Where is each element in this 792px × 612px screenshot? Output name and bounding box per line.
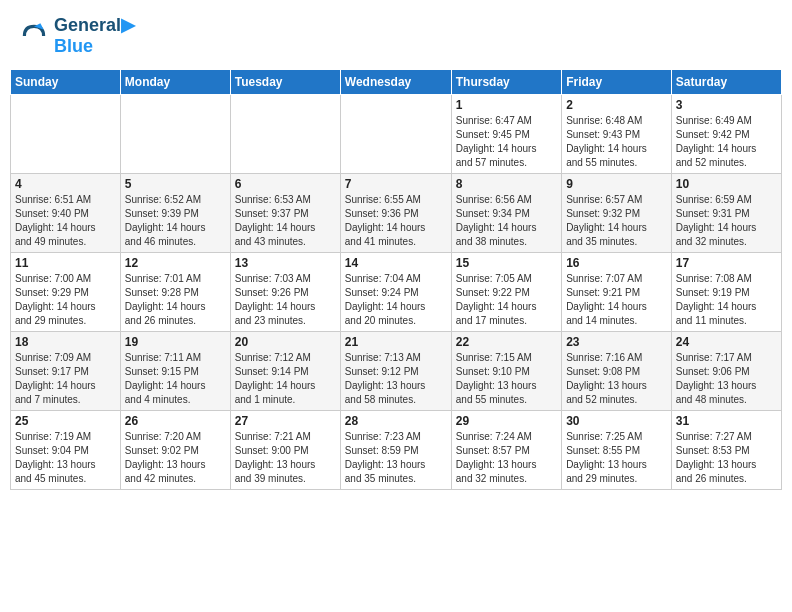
calendar-cell: 5Sunrise: 6:52 AM Sunset: 9:39 PM Daylig…: [120, 174, 230, 253]
day-number: 28: [345, 414, 447, 428]
calendar-cell: 8Sunrise: 6:56 AM Sunset: 9:34 PM Daylig…: [451, 174, 561, 253]
calendar-cell: 18Sunrise: 7:09 AM Sunset: 9:17 PM Dayli…: [11, 332, 121, 411]
day-info: Sunrise: 7:01 AM Sunset: 9:28 PM Dayligh…: [125, 272, 226, 328]
calendar-cell: 26Sunrise: 7:20 AM Sunset: 9:02 PM Dayli…: [120, 411, 230, 490]
day-info: Sunrise: 7:03 AM Sunset: 9:26 PM Dayligh…: [235, 272, 336, 328]
calendar-cell: 24Sunrise: 7:17 AM Sunset: 9:06 PM Dayli…: [671, 332, 781, 411]
weekday-header-wednesday: Wednesday: [340, 70, 451, 95]
calendar-cell: 20Sunrise: 7:12 AM Sunset: 9:14 PM Dayli…: [230, 332, 340, 411]
calendar-cell: 22Sunrise: 7:15 AM Sunset: 9:10 PM Dayli…: [451, 332, 561, 411]
day-number: 3: [676, 98, 777, 112]
day-info: Sunrise: 6:57 AM Sunset: 9:32 PM Dayligh…: [566, 193, 667, 249]
calendar-cell: 10Sunrise: 6:59 AM Sunset: 9:31 PM Dayli…: [671, 174, 781, 253]
day-number: 4: [15, 177, 116, 191]
day-info: Sunrise: 7:00 AM Sunset: 9:29 PM Dayligh…: [15, 272, 116, 328]
calendar-cell: 11Sunrise: 7:00 AM Sunset: 9:29 PM Dayli…: [11, 253, 121, 332]
day-info: Sunrise: 6:55 AM Sunset: 9:36 PM Dayligh…: [345, 193, 447, 249]
day-number: 31: [676, 414, 777, 428]
day-info: Sunrise: 7:24 AM Sunset: 8:57 PM Dayligh…: [456, 430, 557, 486]
day-number: 13: [235, 256, 336, 270]
calendar-cell: 30Sunrise: 7:25 AM Sunset: 8:55 PM Dayli…: [562, 411, 672, 490]
calendar-cell: 14Sunrise: 7:04 AM Sunset: 9:24 PM Dayli…: [340, 253, 451, 332]
calendar-cell: 29Sunrise: 7:24 AM Sunset: 8:57 PM Dayli…: [451, 411, 561, 490]
calendar-week-row: 1Sunrise: 6:47 AM Sunset: 9:45 PM Daylig…: [11, 95, 782, 174]
day-number: 1: [456, 98, 557, 112]
day-info: Sunrise: 7:11 AM Sunset: 9:15 PM Dayligh…: [125, 351, 226, 407]
day-info: Sunrise: 7:27 AM Sunset: 8:53 PM Dayligh…: [676, 430, 777, 486]
day-info: Sunrise: 7:21 AM Sunset: 9:00 PM Dayligh…: [235, 430, 336, 486]
day-number: 12: [125, 256, 226, 270]
calendar-table: SundayMondayTuesdayWednesdayThursdayFrid…: [10, 69, 782, 490]
day-info: Sunrise: 7:17 AM Sunset: 9:06 PM Dayligh…: [676, 351, 777, 407]
weekday-header-thursday: Thursday: [451, 70, 561, 95]
day-info: Sunrise: 6:59 AM Sunset: 9:31 PM Dayligh…: [676, 193, 777, 249]
calendar-cell: 3Sunrise: 6:49 AM Sunset: 9:42 PM Daylig…: [671, 95, 781, 174]
calendar-cell: 4Sunrise: 6:51 AM Sunset: 9:40 PM Daylig…: [11, 174, 121, 253]
calendar-cell: 23Sunrise: 7:16 AM Sunset: 9:08 PM Dayli…: [562, 332, 672, 411]
calendar-week-row: 18Sunrise: 7:09 AM Sunset: 9:17 PM Dayli…: [11, 332, 782, 411]
day-number: 23: [566, 335, 667, 349]
calendar-cell: [230, 95, 340, 174]
day-number: 27: [235, 414, 336, 428]
day-number: 8: [456, 177, 557, 191]
calendar-cell: 19Sunrise: 7:11 AM Sunset: 9:15 PM Dayli…: [120, 332, 230, 411]
weekday-header-saturday: Saturday: [671, 70, 781, 95]
day-number: 26: [125, 414, 226, 428]
day-info: Sunrise: 6:47 AM Sunset: 9:45 PM Dayligh…: [456, 114, 557, 170]
day-info: Sunrise: 7:25 AM Sunset: 8:55 PM Dayligh…: [566, 430, 667, 486]
calendar-cell: 2Sunrise: 6:48 AM Sunset: 9:43 PM Daylig…: [562, 95, 672, 174]
day-info: Sunrise: 7:20 AM Sunset: 9:02 PM Dayligh…: [125, 430, 226, 486]
day-number: 19: [125, 335, 226, 349]
day-info: Sunrise: 6:51 AM Sunset: 9:40 PM Dayligh…: [15, 193, 116, 249]
day-info: Sunrise: 6:56 AM Sunset: 9:34 PM Dayligh…: [456, 193, 557, 249]
day-info: Sunrise: 7:09 AM Sunset: 9:17 PM Dayligh…: [15, 351, 116, 407]
day-info: Sunrise: 7:13 AM Sunset: 9:12 PM Dayligh…: [345, 351, 447, 407]
day-number: 15: [456, 256, 557, 270]
day-number: 25: [15, 414, 116, 428]
calendar-cell: 17Sunrise: 7:08 AM Sunset: 9:19 PM Dayli…: [671, 253, 781, 332]
day-info: Sunrise: 7:04 AM Sunset: 9:24 PM Dayligh…: [345, 272, 447, 328]
day-number: 9: [566, 177, 667, 191]
weekday-header-monday: Monday: [120, 70, 230, 95]
day-number: 11: [15, 256, 116, 270]
calendar-cell: 28Sunrise: 7:23 AM Sunset: 8:59 PM Dayli…: [340, 411, 451, 490]
calendar-week-row: 25Sunrise: 7:19 AM Sunset: 9:04 PM Dayli…: [11, 411, 782, 490]
day-number: 22: [456, 335, 557, 349]
day-number: 17: [676, 256, 777, 270]
day-number: 10: [676, 177, 777, 191]
weekday-header-tuesday: Tuesday: [230, 70, 340, 95]
logo: General▶ Blue: [18, 14, 135, 57]
day-info: Sunrise: 7:12 AM Sunset: 9:14 PM Dayligh…: [235, 351, 336, 407]
calendar-week-row: 11Sunrise: 7:00 AM Sunset: 9:29 PM Dayli…: [11, 253, 782, 332]
day-info: Sunrise: 7:19 AM Sunset: 9:04 PM Dayligh…: [15, 430, 116, 486]
day-info: Sunrise: 6:53 AM Sunset: 9:37 PM Dayligh…: [235, 193, 336, 249]
day-number: 14: [345, 256, 447, 270]
calendar-cell: 21Sunrise: 7:13 AM Sunset: 9:12 PM Dayli…: [340, 332, 451, 411]
calendar-cell: 7Sunrise: 6:55 AM Sunset: 9:36 PM Daylig…: [340, 174, 451, 253]
calendar-cell: 12Sunrise: 7:01 AM Sunset: 9:28 PM Dayli…: [120, 253, 230, 332]
page-header: General▶ Blue: [10, 10, 782, 61]
calendar-cell: 27Sunrise: 7:21 AM Sunset: 9:00 PM Dayli…: [230, 411, 340, 490]
calendar-cell: [340, 95, 451, 174]
day-number: 20: [235, 335, 336, 349]
day-info: Sunrise: 7:16 AM Sunset: 9:08 PM Dayligh…: [566, 351, 667, 407]
day-info: Sunrise: 6:52 AM Sunset: 9:39 PM Dayligh…: [125, 193, 226, 249]
day-number: 2: [566, 98, 667, 112]
weekday-header-sunday: Sunday: [11, 70, 121, 95]
day-info: Sunrise: 7:08 AM Sunset: 9:19 PM Dayligh…: [676, 272, 777, 328]
day-info: Sunrise: 7:07 AM Sunset: 9:21 PM Dayligh…: [566, 272, 667, 328]
calendar-week-row: 4Sunrise: 6:51 AM Sunset: 9:40 PM Daylig…: [11, 174, 782, 253]
calendar-cell: [120, 95, 230, 174]
calendar-cell: 31Sunrise: 7:27 AM Sunset: 8:53 PM Dayli…: [671, 411, 781, 490]
day-info: Sunrise: 6:49 AM Sunset: 9:42 PM Dayligh…: [676, 114, 777, 170]
day-number: 29: [456, 414, 557, 428]
calendar-cell: 6Sunrise: 6:53 AM Sunset: 9:37 PM Daylig…: [230, 174, 340, 253]
day-number: 7: [345, 177, 447, 191]
day-number: 6: [235, 177, 336, 191]
calendar-cell: 16Sunrise: 7:07 AM Sunset: 9:21 PM Dayli…: [562, 253, 672, 332]
day-info: Sunrise: 7:23 AM Sunset: 8:59 PM Dayligh…: [345, 430, 447, 486]
calendar-cell: 1Sunrise: 6:47 AM Sunset: 9:45 PM Daylig…: [451, 95, 561, 174]
calendar-cell: 13Sunrise: 7:03 AM Sunset: 9:26 PM Dayli…: [230, 253, 340, 332]
day-number: 18: [15, 335, 116, 349]
day-number: 16: [566, 256, 667, 270]
